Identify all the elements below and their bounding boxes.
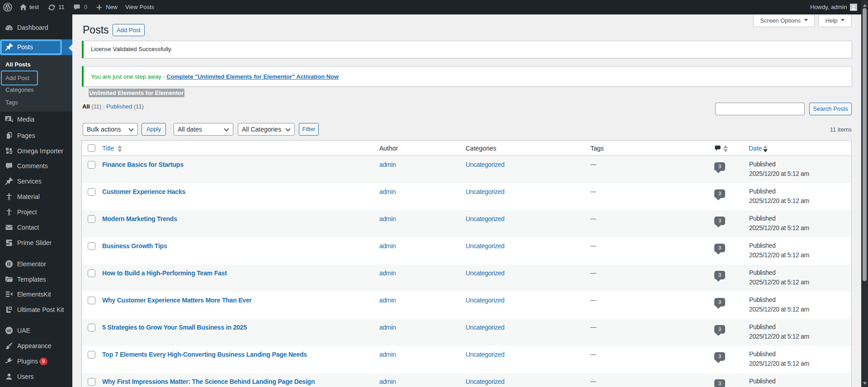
svg-text:UE: UE [7, 329, 11, 333]
